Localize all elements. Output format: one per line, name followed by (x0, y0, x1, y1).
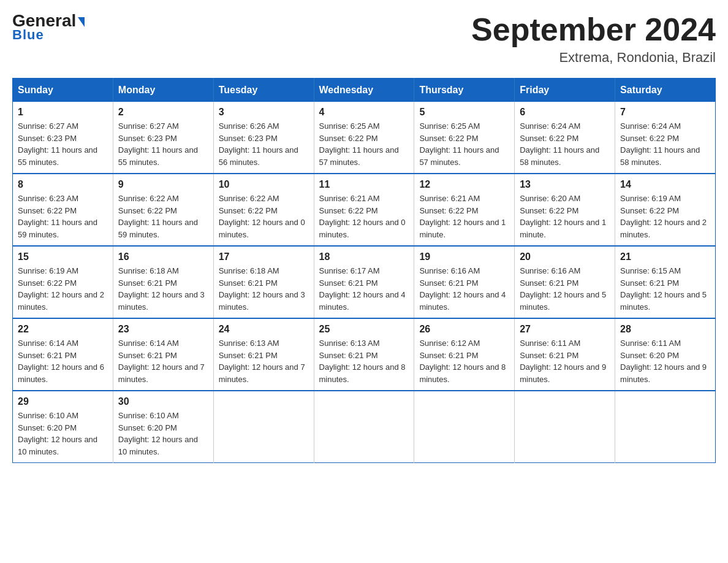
day-info: Sunrise: 6:11 AMSunset: 6:21 PMDaylight:… (520, 337, 610, 385)
page-header: General Blue September 2024 Extrema, Ron… (12, 12, 716, 66)
day-number: 2 (118, 107, 208, 118)
calendar-header-row: SundayMondayTuesdayWednesdayThursdayFrid… (13, 79, 716, 102)
calendar-day-cell: 3Sunrise: 6:26 AMSunset: 6:23 PMDaylight… (213, 102, 314, 174)
day-number: 23 (118, 324, 208, 335)
calendar-day-cell: 1Sunrise: 6:27 AMSunset: 6:23 PMDaylight… (13, 102, 113, 174)
calendar-day-cell: 10Sunrise: 6:22 AMSunset: 6:22 PMDayligh… (213, 174, 314, 246)
day-number: 15 (18, 251, 108, 262)
calendar-day-cell: 14Sunrise: 6:19 AMSunset: 6:22 PMDayligh… (615, 174, 716, 246)
day-number: 5 (419, 107, 509, 118)
day-number: 29 (18, 396, 108, 407)
day-number: 20 (520, 251, 610, 262)
calendar-day-cell: 6Sunrise: 6:24 AMSunset: 6:22 PMDaylight… (515, 102, 615, 174)
day-info: Sunrise: 6:22 AMSunset: 6:22 PMDaylight:… (219, 193, 309, 240)
day-number: 11 (319, 179, 409, 190)
calendar-day-cell: 29Sunrise: 6:10 AMSunset: 6:20 PMDayligh… (13, 391, 113, 463)
day-number: 25 (319, 324, 409, 335)
calendar-day-cell (615, 391, 716, 463)
calendar-day-cell: 19Sunrise: 6:16 AMSunset: 6:21 PMDayligh… (414, 246, 515, 318)
calendar-day-cell: 25Sunrise: 6:13 AMSunset: 6:21 PMDayligh… (314, 318, 414, 391)
calendar-day-cell: 21Sunrise: 6:15 AMSunset: 6:21 PMDayligh… (615, 246, 716, 318)
day-info: Sunrise: 6:14 AMSunset: 6:21 PMDaylight:… (18, 337, 108, 385)
day-of-week-header: Tuesday (213, 79, 314, 102)
calendar-day-cell: 12Sunrise: 6:21 AMSunset: 6:22 PMDayligh… (414, 174, 515, 246)
calendar-day-cell: 15Sunrise: 6:19 AMSunset: 6:22 PMDayligh… (13, 246, 113, 318)
day-info: Sunrise: 6:18 AMSunset: 6:21 PMDaylight:… (219, 265, 309, 313)
calendar-day-cell: 16Sunrise: 6:18 AMSunset: 6:21 PMDayligh… (113, 246, 213, 318)
day-of-week-header: Friday (515, 79, 615, 102)
day-info: Sunrise: 6:25 AMSunset: 6:22 PMDaylight:… (419, 120, 509, 168)
day-number: 16 (118, 251, 208, 262)
day-number: 12 (419, 179, 509, 190)
calendar-day-cell: 23Sunrise: 6:14 AMSunset: 6:21 PMDayligh… (113, 318, 213, 391)
day-number: 7 (620, 107, 710, 118)
calendar-day-cell: 18Sunrise: 6:17 AMSunset: 6:21 PMDayligh… (314, 246, 414, 318)
calendar-day-cell: 30Sunrise: 6:10 AMSunset: 6:20 PMDayligh… (113, 391, 213, 463)
day-info: Sunrise: 6:18 AMSunset: 6:21 PMDaylight:… (118, 265, 208, 313)
calendar-week-row: 15Sunrise: 6:19 AMSunset: 6:22 PMDayligh… (13, 246, 716, 318)
calendar-day-cell: 17Sunrise: 6:18 AMSunset: 6:21 PMDayligh… (213, 246, 314, 318)
day-info: Sunrise: 6:24 AMSunset: 6:22 PMDaylight:… (620, 120, 710, 168)
day-number: 22 (18, 324, 108, 335)
day-number: 3 (219, 107, 309, 118)
day-info: Sunrise: 6:19 AMSunset: 6:22 PMDaylight:… (620, 193, 710, 240)
day-number: 8 (18, 179, 108, 190)
day-info: Sunrise: 6:10 AMSunset: 6:20 PMDaylight:… (118, 410, 208, 458)
day-info: Sunrise: 6:21 AMSunset: 6:22 PMDaylight:… (319, 193, 409, 240)
calendar-day-cell: 13Sunrise: 6:20 AMSunset: 6:22 PMDayligh… (515, 174, 615, 246)
calendar-day-cell: 11Sunrise: 6:21 AMSunset: 6:22 PMDayligh… (314, 174, 414, 246)
calendar-day-cell: 27Sunrise: 6:11 AMSunset: 6:21 PMDayligh… (515, 318, 615, 391)
day-info: Sunrise: 6:10 AMSunset: 6:20 PMDaylight:… (18, 410, 108, 458)
calendar-day-cell: 24Sunrise: 6:13 AMSunset: 6:21 PMDayligh… (213, 318, 314, 391)
day-info: Sunrise: 6:21 AMSunset: 6:22 PMDaylight:… (419, 193, 509, 240)
day-number: 27 (520, 324, 610, 335)
calendar-week-row: 29Sunrise: 6:10 AMSunset: 6:20 PMDayligh… (13, 391, 716, 463)
calendar-day-cell: 20Sunrise: 6:16 AMSunset: 6:21 PMDayligh… (515, 246, 615, 318)
day-info: Sunrise: 6:16 AMSunset: 6:21 PMDaylight:… (520, 265, 610, 313)
title-area: September 2024 Extrema, Rondonia, Brazil (471, 12, 716, 66)
day-number: 19 (419, 251, 509, 262)
calendar-week-row: 1Sunrise: 6:27 AMSunset: 6:23 PMDaylight… (13, 102, 716, 174)
page-title: September 2024 (471, 12, 716, 47)
calendar-day-cell: 5Sunrise: 6:25 AMSunset: 6:22 PMDaylight… (414, 102, 515, 174)
calendar-day-cell (213, 391, 314, 463)
day-info: Sunrise: 6:17 AMSunset: 6:21 PMDaylight:… (319, 265, 409, 313)
day-info: Sunrise: 6:15 AMSunset: 6:21 PMDaylight:… (620, 265, 710, 313)
day-number: 17 (219, 251, 309, 262)
day-number: 18 (319, 251, 409, 262)
day-info: Sunrise: 6:25 AMSunset: 6:22 PMDaylight:… (319, 120, 409, 168)
page-subtitle: Extrema, Rondonia, Brazil (471, 50, 716, 66)
day-number: 28 (620, 324, 710, 335)
day-of-week-header: Saturday (615, 79, 716, 102)
calendar-day-cell (314, 391, 414, 463)
day-info: Sunrise: 6:14 AMSunset: 6:21 PMDaylight:… (118, 337, 208, 385)
day-info: Sunrise: 6:13 AMSunset: 6:21 PMDaylight:… (219, 337, 309, 385)
day-number: 9 (118, 179, 208, 190)
day-info: Sunrise: 6:11 AMSunset: 6:20 PMDaylight:… (620, 337, 710, 385)
day-number: 6 (520, 107, 610, 118)
day-of-week-header: Sunday (13, 79, 113, 102)
calendar-week-row: 22Sunrise: 6:14 AMSunset: 6:21 PMDayligh… (13, 318, 716, 391)
logo: General Blue (12, 12, 85, 43)
calendar-day-cell: 28Sunrise: 6:11 AMSunset: 6:20 PMDayligh… (615, 318, 716, 391)
calendar-day-cell: 4Sunrise: 6:25 AMSunset: 6:22 PMDaylight… (314, 102, 414, 174)
calendar-day-cell: 26Sunrise: 6:12 AMSunset: 6:21 PMDayligh… (414, 318, 515, 391)
day-info: Sunrise: 6:24 AMSunset: 6:22 PMDaylight:… (520, 120, 610, 168)
calendar-day-cell: 22Sunrise: 6:14 AMSunset: 6:21 PMDayligh… (13, 318, 113, 391)
calendar-day-cell: 8Sunrise: 6:23 AMSunset: 6:22 PMDaylight… (13, 174, 113, 246)
day-number: 30 (118, 396, 208, 407)
day-info: Sunrise: 6:19 AMSunset: 6:22 PMDaylight:… (18, 265, 108, 313)
day-info: Sunrise: 6:12 AMSunset: 6:21 PMDaylight:… (419, 337, 509, 385)
day-info: Sunrise: 6:20 AMSunset: 6:22 PMDaylight:… (520, 193, 610, 240)
calendar-day-cell: 7Sunrise: 6:24 AMSunset: 6:22 PMDaylight… (615, 102, 716, 174)
day-number: 13 (520, 179, 610, 190)
day-of-week-header: Wednesday (314, 79, 414, 102)
calendar-day-cell (515, 391, 615, 463)
day-number: 14 (620, 179, 710, 190)
day-number: 24 (219, 324, 309, 335)
calendar-table: SundayMondayTuesdayWednesdayThursdayFrid… (12, 78, 716, 463)
day-info: Sunrise: 6:27 AMSunset: 6:23 PMDaylight:… (118, 120, 208, 168)
day-number: 10 (219, 179, 309, 190)
day-info: Sunrise: 6:23 AMSunset: 6:22 PMDaylight:… (18, 193, 108, 240)
day-info: Sunrise: 6:26 AMSunset: 6:23 PMDaylight:… (219, 120, 309, 168)
